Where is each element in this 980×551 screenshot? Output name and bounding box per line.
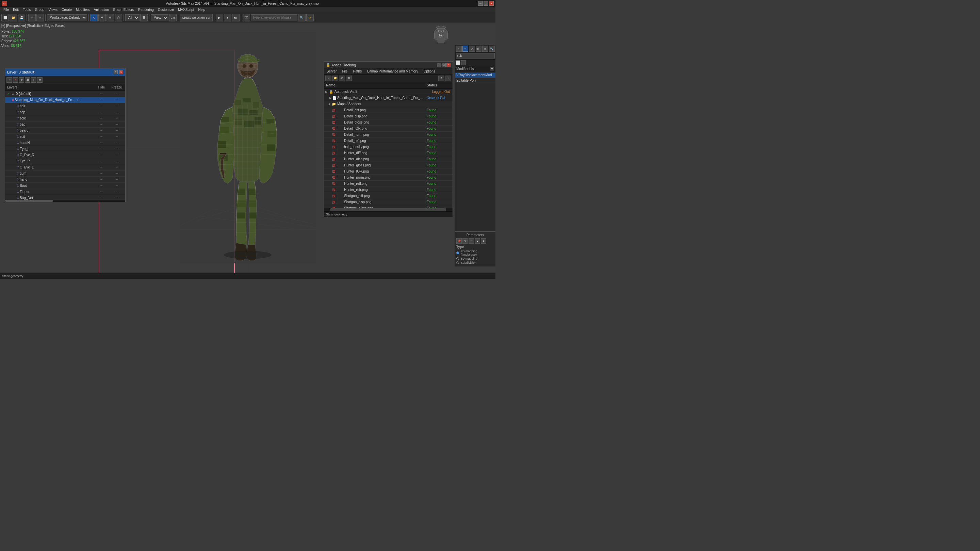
asset-row-hunter-norm[interactable]: 🖼 Hunter_norm.png Found [324,175,453,181]
minimize-button[interactable]: ─ [478,1,483,6]
asset-row-detail-gloss[interactable]: 🖼 Detail_gloss.png Found [324,119,453,126]
menu-views[interactable]: Views [47,8,60,12]
layer-item-hair[interactable]: ⬡hair ─ ─ [5,103,125,109]
asset-minimize-btn[interactable]: ─ [437,63,441,67]
asset-row-hunter-ior[interactable]: 🖼 Hunter_IOR.png Found [324,169,453,175]
layer-move-btn[interactable]: ↕ [31,77,37,83]
view-dropdown[interactable]: View [151,14,169,21]
maps-shaders-header[interactable]: ▼ 📁 Maps / Shaders [324,101,453,107]
modifier-dropdown-btn[interactable]: ▼ [490,67,494,71]
layer-select-btn[interactable]: ☰ [25,77,30,83]
create-tab[interactable]: + [456,46,462,52]
asset-row-shotgun-gloss[interactable]: 🖼 Shotgun_gloss.png Found [324,205,453,208]
search-btn[interactable]: 🔍 [298,14,305,21]
restore-button[interactable]: □ [484,1,488,6]
asset-row-detail-disp[interactable]: 🖼 Detail_disp.png Found [324,113,453,119]
params-down-btn[interactable]: ▼ [481,238,486,244]
layer-add-obj-btn[interactable]: ⊕ [19,77,24,83]
layer-item-c-eye-l[interactable]: ⬡C_Eye_L ─ ─ [5,164,125,170]
scale-btn[interactable]: ⬡ [115,14,122,21]
render-btn[interactable]: 🎬 [243,14,250,21]
save-btn[interactable]: 💾 [18,14,25,21]
layer-delete-btn[interactable]: ✕ [13,77,18,83]
layer-item-standing-man[interactable]: ◆ Standing_Man_On_Duck_Hunt_in_Forest_Ca… [5,97,125,103]
workspace-dropdown[interactable]: Workspace: Default [47,14,87,21]
utilities-tab[interactable]: 🔧 [489,46,495,52]
vray-displacement-mod[interactable]: VRayDisplacementMod [455,73,495,78]
asset-info-btn[interactable]: i [445,76,451,81]
asset-merge-btn[interactable]: ⊕ [339,76,345,81]
new-btn[interactable]: ⬜ [2,14,9,21]
motion-tab[interactable]: ▶ [476,46,482,52]
asset-close-btn[interactable]: ✕ [447,63,450,67]
asset-row-detail-ior[interactable]: 🖼 Detail_IOR.png Found [324,126,453,132]
layer-item-bag[interactable]: ⬡bag ─ ─ [5,121,125,127]
asset-row-detail-diff[interactable]: 🖼 Detail_diff.png Found [324,107,453,113]
help-btn[interactable]: ? [306,14,314,21]
asset-menu-paths[interactable]: Paths [350,68,365,74]
layer-item-headH[interactable]: ⬡headH ─ ─ [5,140,125,146]
selection-filter[interactable]: All [125,14,140,21]
select-btn[interactable]: ↖ [90,14,98,21]
layer-item-eye-r[interactable]: ⬡Eye_R ─ ─ [5,158,125,164]
select-by-name[interactable]: ☰ [140,14,148,21]
menu-group[interactable]: Group [33,8,47,12]
asset-scrollbar[interactable] [324,208,453,211]
asset-row-main-file[interactable]: ▶ 📄 Standing_Man_On_Duck_Hunt_in_Forest_… [324,95,453,101]
open-btn[interactable]: 📂 [10,14,17,21]
asset-refresh-btn[interactable]: ↻ [325,76,331,81]
asset-path-btn[interactable]: 📁 [332,76,338,81]
layer-item-cap[interactable]: ⬡cap ─ ─ [5,109,125,115]
editable-poly-mod[interactable]: Editable Poly [455,78,495,83]
layer-item-hand[interactable]: ⬡hand ─ ─ [5,177,125,183]
color-swatch-1[interactable] [456,60,460,65]
layer-item-sole[interactable]: ⬡sole ─ ─ [5,115,125,121]
move-btn[interactable]: ✛ [98,14,106,21]
stop-btn[interactable]: ■ [224,14,231,21]
layer-item-zipper[interactable]: ⬡Zipper ─ ─ [5,189,125,195]
asset-row-detail-norm[interactable]: 🖼 Detail_norm.png Found [324,132,453,138]
asset-row-hunter-disp[interactable]: 🖼 Hunter_disp.png Found [324,156,453,162]
menu-animation[interactable]: Animation [92,8,111,12]
asset-row-detail-refl[interactable]: 🖼 Detail_refl.png Found [324,138,453,144]
modifier-search-input[interactable] [456,53,495,59]
display-tab[interactable]: ◉ [482,46,488,52]
params-pin-btn[interactable]: 📌 [456,238,462,244]
asset-restore-btn[interactable]: □ [442,63,446,67]
radio-2d[interactable] [456,252,459,254]
close-button[interactable]: ✕ [489,1,494,6]
layer-item-boot[interactable]: ⬡Boot ─ ─ [5,183,125,189]
viewport-cube[interactable]: Top Front [431,25,451,46]
layer-item-suit[interactable]: ⬡suit ─ ─ [5,134,125,140]
menu-help[interactable]: Help [196,8,207,12]
layer-close-btn[interactable]: ✕ [119,70,123,74]
params-delete-btn[interactable]: ✕ [469,238,474,244]
params-edit-btn[interactable]: ✎ [463,238,468,244]
asset-menu-server[interactable]: Server [324,68,339,74]
asset-row-hunter-diff[interactable]: 🖼 Hunter_diff.png Found [324,150,453,156]
color-swatch-2[interactable] [461,60,466,65]
rotate-btn[interactable]: ↺ [107,14,114,21]
create-selection-btn[interactable]: Create Selection Set [180,14,213,21]
undo-btn[interactable]: ↩ [28,14,36,21]
menu-file[interactable]: File [2,8,11,12]
hierarchy-tab[interactable]: ⊕ [469,46,475,52]
layer-item-bag-det[interactable]: ⬡Bag_Det ─ ─ [5,195,125,200]
asset-row-shotgun-diff[interactable]: 🖼 Shotgun_diff.png Found [324,193,453,199]
menu-tools[interactable]: Tools [21,8,33,12]
percentage-btn[interactable]: 2.5 [169,14,177,21]
params-up-btn[interactable]: ▲ [475,238,480,244]
asset-row-hunter-refl[interactable]: 🖼 Hunter_refl.png Found [324,181,453,187]
asset-vault-header[interactable]: ▶ 🔒 Autodesk Vault Logged Out [324,89,453,95]
asset-row-hunter-refr[interactable]: 🖼 Hunter_refr.png Found [324,187,453,193]
asset-row-hunter-gloss[interactable]: 🖼 Hunter_gloss.png Found [324,162,453,169]
menu-modifiers[interactable]: Modifiers [74,8,92,12]
next-frame-btn[interactable]: ⏭ [232,14,240,21]
app-icon[interactable]: M [2,1,7,6]
menu-edit[interactable]: Edit [11,8,21,12]
layer-help-btn[interactable]: ? [114,70,118,74]
menu-rendering[interactable]: Rendering [136,8,156,12]
layer-new-btn[interactable]: + [6,77,12,83]
menu-graph-editors[interactable]: Graph Editors [111,8,136,12]
radio-subdivision[interactable] [456,261,459,264]
